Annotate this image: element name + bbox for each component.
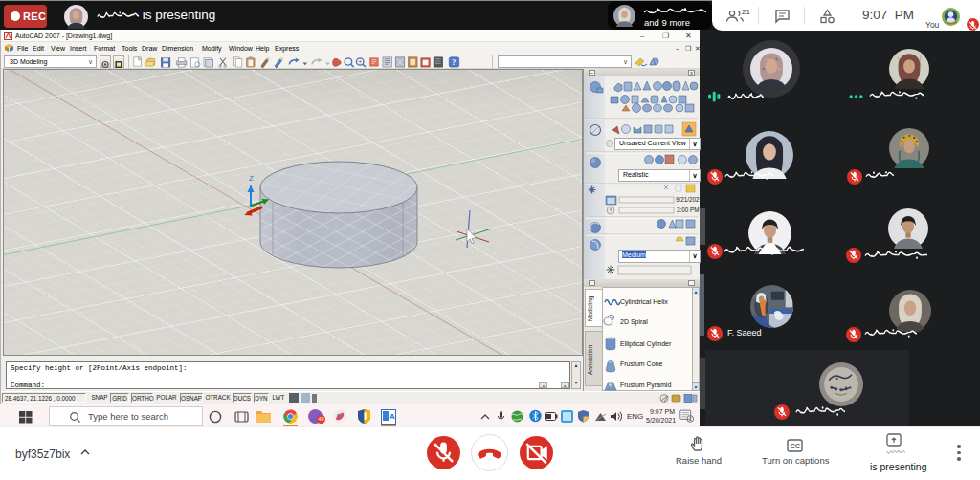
svg-text:Z: Z	[249, 174, 254, 183]
svg-text:CC: CC	[790, 442, 800, 450]
svg-text:?: ?	[452, 57, 456, 67]
svg-text:21: 21	[742, 8, 750, 16]
svg-text:1: 1	[689, 417, 692, 422]
